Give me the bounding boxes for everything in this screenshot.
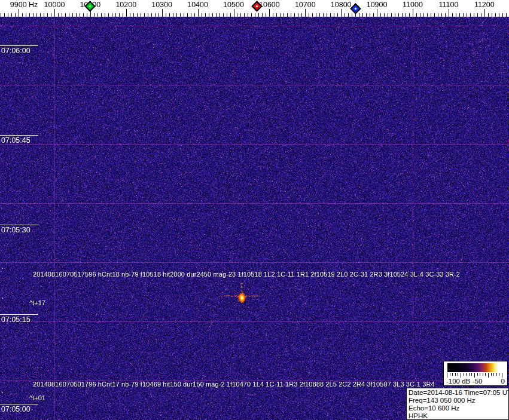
- freq-tick: [212, 13, 213, 17]
- freq-tick: [80, 13, 80, 17]
- freq-label: 10400: [187, 1, 208, 9]
- freq-tick: [452, 13, 453, 17]
- freq-tick: [62, 13, 62, 17]
- freq-tick: [220, 13, 220, 17]
- freq-tick: [341, 9, 342, 17]
- freq-tick: [227, 13, 227, 17]
- colorbar-tick: [493, 373, 494, 376]
- time-tick: [0, 314, 38, 315]
- freq-tick: [15, 13, 16, 17]
- colorbar-gradient: [447, 363, 502, 372]
- freq-tick: [287, 13, 288, 17]
- freq-tick: [309, 13, 309, 17]
- freq-tick: [1, 13, 1, 17]
- freq-tick: [294, 13, 295, 17]
- freq-tick: [352, 13, 352, 17]
- detection-annotation: 20140816070517596 hCnt18 nb-79 f10518 hi…: [33, 271, 460, 278]
- freq-tick: [409, 13, 410, 17]
- colorbar-tick: [469, 373, 470, 376]
- edge-tick-mark: `: [1, 391, 4, 400]
- colorbar-tick: [466, 373, 467, 376]
- freq-tick: [481, 13, 481, 17]
- freq-tick: [262, 13, 263, 17]
- freq-tick: [298, 13, 298, 17]
- freq-tick: [427, 13, 428, 17]
- freq-tick: [284, 13, 284, 17]
- colorbar-tick: [474, 373, 475, 378]
- freq-tick: [173, 13, 173, 17]
- freq-label: 10200: [115, 1, 136, 9]
- freq-tick: [370, 13, 370, 17]
- freq-tick: [94, 13, 95, 17]
- colorbar-tick: [480, 373, 480, 376]
- freq-tick: [362, 13, 363, 17]
- freq-tick: [83, 13, 84, 17]
- freq-label: 10900: [367, 1, 388, 9]
- freq-label: 10600: [259, 1, 280, 9]
- freq-tick: [492, 13, 492, 17]
- freq-tick: [8, 13, 8, 17]
- colorbar-tick: [477, 373, 478, 376]
- freq-tick: [506, 13, 507, 17]
- time-label: 07:05:30: [1, 226, 31, 234]
- freq-label: 10800: [331, 1, 352, 9]
- freq-tick: [119, 13, 120, 17]
- freq-tick: [115, 13, 116, 17]
- freq-tick: [223, 13, 224, 17]
- info-frequency: Freq=143 050 000 Hz: [409, 397, 508, 404]
- freq-tick: [244, 13, 245, 17]
- freq-tick: [463, 13, 464, 17]
- edge-tick-mark: `: [1, 267, 4, 275]
- colorbar-tick: [483, 373, 483, 376]
- freq-tick: [445, 13, 446, 17]
- freq-tick: [359, 13, 359, 17]
- colorbar-tick: [461, 373, 461, 378]
- freq-tick: [187, 13, 188, 17]
- freq-tick: [377, 9, 377, 17]
- freq-tick: [54, 9, 55, 17]
- freq-tick: [126, 9, 127, 17]
- freq-tick: [155, 13, 156, 17]
- freq-tick: [477, 13, 478, 17]
- freq-tick: [305, 9, 306, 17]
- freq-tick: [162, 9, 163, 17]
- freq-tick: [36, 13, 37, 17]
- colorbar-label-min: -100 dB: [446, 378, 470, 385]
- freq-tick: [373, 13, 374, 17]
- colorbar-tick: [455, 373, 456, 376]
- freq-label: 11200: [474, 1, 495, 9]
- freq-tick: [237, 13, 237, 17]
- time-tick: [0, 225, 38, 225]
- time-tick: [0, 45, 38, 46]
- freq-tick: [413, 9, 413, 17]
- colorbar-tick: [485, 373, 486, 376]
- freq-tick: [184, 13, 184, 17]
- intensity-colorbar: -100 dB -50 0: [443, 361, 508, 386]
- freq-tick: [65, 13, 66, 17]
- freq-tick: [144, 13, 145, 17]
- time-label: 07:05:45: [1, 136, 31, 145]
- colorbar-tick: [450, 373, 450, 376]
- freq-tick: [456, 13, 456, 17]
- freq-tick: [151, 13, 152, 17]
- freq-tick: [47, 13, 48, 17]
- freq-tick: [130, 13, 130, 17]
- freq-tick: [216, 13, 217, 17]
- colorbar-tick: [464, 373, 464, 376]
- freq-tick: [366, 13, 367, 17]
- time-tick: [0, 135, 38, 136]
- status-info-box: Date=2014-08-16 Time=07:05 UTC Freq=143 …: [406, 388, 509, 420]
- freq-tick: [337, 13, 338, 17]
- freq-tick: [40, 13, 41, 17]
- colorbar-tick: [491, 373, 492, 376]
- freq-tick: [112, 13, 112, 17]
- freq-tick: [406, 13, 406, 17]
- freq-tick: [123, 13, 123, 17]
- freq-tick: [495, 13, 496, 17]
- freq-label: 10700: [295, 1, 316, 9]
- freq-label: 9900 Hz: [10, 1, 38, 9]
- freq-tick: [209, 13, 209, 17]
- freq-tick: [258, 13, 259, 17]
- freq-tick: [316, 13, 316, 17]
- freq-tick: [191, 13, 191, 17]
